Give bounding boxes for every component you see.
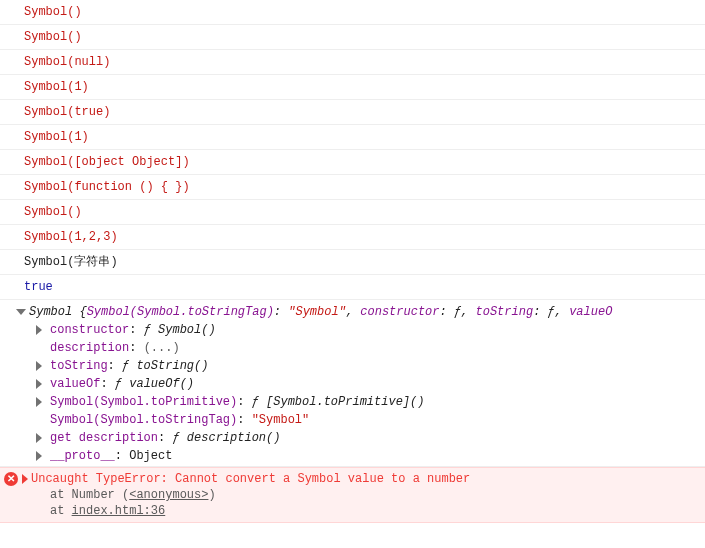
property-value: description()	[187, 431, 281, 445]
console-log-line[interactable]: Symbol(1)	[0, 75, 705, 100]
brace-open: {	[72, 305, 86, 319]
disclosure-triangle-right-icon[interactable]	[36, 325, 42, 335]
property-key: constructor	[50, 323, 129, 337]
console-log-line[interactable]: Symbol([object Object])	[0, 150, 705, 175]
property-value: Object	[129, 449, 172, 463]
console-object-expanded[interactable]: Symbol {Symbol(Symbol.toStringTag): "Sym…	[0, 300, 705, 467]
property-key: Symbol(Symbol.toPrimitive)	[50, 395, 237, 409]
disclosure-triangle-down-icon[interactable]	[16, 309, 26, 315]
object-property[interactable]: valueOf: ƒ valueOf()	[30, 375, 699, 393]
disclosure-triangle-right-icon[interactable]	[36, 451, 42, 461]
summary-key: valueO	[569, 305, 612, 319]
object-property[interactable]: Symbol(Symbol.toPrimitive): ƒ [Symbol.to…	[30, 393, 699, 411]
object-property[interactable]: Symbol(Symbol.toStringTag): "Symbol"	[30, 411, 699, 429]
stack-link[interactable]: index.html:36	[72, 504, 166, 518]
console-error[interactable]: ✕ Uncaught TypeError: Cannot convert a S…	[0, 467, 705, 523]
console-log-line[interactable]: Symbol(字符串)	[0, 250, 705, 275]
property-key: toString	[50, 359, 108, 373]
console-log-line[interactable]: Symbol(null)	[0, 50, 705, 75]
property-key: Symbol(Symbol.toStringTag)	[50, 413, 237, 427]
object-summary[interactable]: Symbol {Symbol(Symbol.toStringTag): "Sym…	[16, 303, 699, 321]
object-property[interactable]: get description: ƒ description()	[30, 429, 699, 447]
property-key: valueOf	[50, 377, 100, 391]
property-value: valueOf()	[129, 377, 194, 391]
property-key: __proto__	[50, 449, 115, 463]
summary-key: constructor	[360, 305, 439, 319]
console-log-line[interactable]: Symbol(function () { })	[0, 175, 705, 200]
disclosure-triangle-right-icon[interactable]	[22, 474, 28, 484]
summary-key: toString	[476, 305, 534, 319]
object-name: Symbol	[29, 305, 72, 319]
error-icon: ✕	[4, 472, 18, 486]
object-property[interactable]: toString: ƒ toString()	[30, 357, 699, 375]
console-log-line[interactable]: Symbol()	[0, 0, 705, 25]
console-log-line[interactable]: Symbol(true)	[0, 100, 705, 125]
console-log-line[interactable]: true	[0, 275, 705, 300]
console-log-line[interactable]: Symbol(1,2,3)	[0, 225, 705, 250]
property-value: "Symbol"	[252, 413, 310, 427]
object-properties: constructor: ƒ Symbol()description: (...…	[16, 321, 699, 465]
property-value: [Symbol.toPrimitive]()	[266, 395, 424, 409]
console-log-line[interactable]: Symbol()	[0, 25, 705, 50]
property-key: description	[50, 341, 129, 355]
disclosure-triangle-right-icon[interactable]	[36, 397, 42, 407]
property-value: Symbol()	[158, 323, 216, 337]
object-property[interactable]: __proto__: Object	[30, 447, 699, 465]
console-log-list: Symbol()Symbol()Symbol(null)Symbol(1)Sym…	[0, 0, 705, 300]
disclosure-triangle-right-icon[interactable]	[36, 433, 42, 443]
summary-value: "Symbol"	[288, 305, 346, 319]
property-value: toString()	[136, 359, 208, 373]
summary-value: ƒ	[548, 305, 555, 319]
error-stack-line: at index.html:36	[22, 503, 699, 519]
object-property[interactable]: description: (...)	[30, 339, 699, 357]
object-property[interactable]: constructor: ƒ Symbol()	[30, 321, 699, 339]
stack-link[interactable]: <anonymous>	[129, 488, 208, 502]
property-key: get description	[50, 431, 158, 445]
property-value: (...)	[144, 341, 180, 355]
console-log-line[interactable]: Symbol()	[0, 200, 705, 225]
disclosure-triangle-right-icon[interactable]	[36, 379, 42, 389]
error-stack-line: at Number (<anonymous>)	[22, 487, 699, 503]
disclosure-triangle-right-icon[interactable]	[36, 361, 42, 371]
summary-key: Symbol(Symbol.toStringTag)	[87, 305, 274, 319]
error-message: Uncaught TypeError: Cannot convert a Sym…	[31, 472, 470, 486]
console-log-line[interactable]: Symbol(1)	[0, 125, 705, 150]
